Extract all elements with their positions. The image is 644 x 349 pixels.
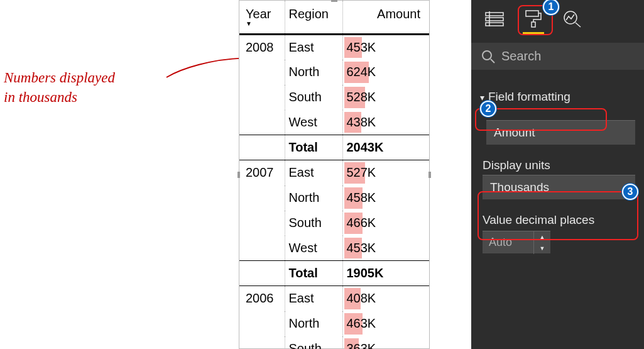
cell-year: [239, 336, 285, 350]
display-units-label: Display units: [483, 158, 635, 172]
table-row[interactable]: South363K: [239, 336, 429, 350]
cell-year: [239, 186, 285, 211]
sort-indicator-icon: ▼: [246, 20, 280, 27]
table-row[interactable]: 2006East408K: [239, 286, 429, 311]
resize-handle-left[interactable]: [237, 172, 240, 178]
cell-amount: 527K: [342, 160, 429, 186]
cell-year: [239, 211, 285, 236]
data-table: Year ▼ Region Amount 2008East453KNorth62…: [239, 1, 429, 349]
cell-amount: 528K: [342, 85, 429, 110]
svg-rect-4: [526, 11, 538, 16]
total-amount: 1905K: [342, 261, 429, 286]
fields-icon: [485, 11, 504, 26]
decimal-places-stepper[interactable]: Auto ▲ ▼: [483, 231, 550, 253]
svg-rect-5: [532, 22, 535, 27]
callout-badge-3: 3: [622, 184, 638, 200]
cell-region: North: [285, 60, 342, 85]
cell-region: South: [285, 336, 342, 350]
column-header-amount[interactable]: Amount: [342, 1, 429, 35]
cell-region: North: [285, 186, 342, 211]
svg-point-8: [483, 51, 491, 60]
table-row[interactable]: North624K: [239, 60, 429, 85]
cell-year: 2006: [239, 286, 285, 311]
decimal-places-value: Auto: [483, 236, 533, 249]
cell-amount: 408K: [342, 286, 429, 311]
table-row[interactable]: North463K: [239, 311, 429, 336]
table-row[interactable]: 2008East453K: [239, 35, 429, 60]
svg-rect-1: [486, 18, 503, 21]
table-row[interactable]: South528K: [239, 85, 429, 110]
total-label: Total: [285, 261, 342, 286]
cell-region: South: [285, 211, 342, 236]
table-row[interactable]: South466K: [239, 211, 429, 236]
total-label: Total: [285, 135, 342, 160]
cell-year: [239, 60, 285, 85]
table-row[interactable]: North458K: [239, 186, 429, 211]
cell-amount: 453K: [342, 35, 429, 60]
format-tab[interactable]: [521, 8, 545, 30]
cell-amount: 458K: [342, 186, 429, 211]
cell-year: 2007: [239, 160, 285, 186]
svg-line-9: [491, 59, 494, 63]
cell-region: West: [285, 236, 342, 261]
cell-year: [239, 85, 285, 110]
svg-line-7: [576, 23, 581, 27]
field-select[interactable]: Amount: [486, 120, 635, 145]
total-amount: 2043K: [342, 135, 429, 160]
cell-year: [239, 110, 285, 135]
cell-region: North: [285, 311, 342, 336]
display-units-select[interactable]: Thousands: [483, 175, 635, 199]
analytics-tab[interactable]: [560, 8, 584, 30]
matrix-visual[interactable]: Year ▼ Region Amount 2008East453KNorth62…: [239, 0, 430, 349]
table-row[interactable]: 2007East527K: [239, 160, 429, 186]
column-header-region[interactable]: Region: [285, 1, 342, 35]
svg-rect-0: [486, 13, 503, 16]
search-icon: [481, 50, 495, 64]
search-placeholder: Search: [501, 49, 541, 64]
table-row[interactable]: West453K: [239, 236, 429, 261]
cell-amount: 438K: [342, 110, 429, 135]
analytics-icon: [563, 10, 582, 28]
stepper-up-icon[interactable]: ▲: [534, 231, 550, 243]
total-row: Total2043K: [239, 135, 429, 160]
cell-amount: 466K: [342, 211, 429, 236]
paint-roller-icon: [525, 9, 542, 28]
callout-badge-2: 2: [480, 101, 496, 117]
format-panel: Search ▾ Field formatting Amount Display…: [471, 0, 644, 349]
cell-amount: 624K: [342, 60, 429, 85]
cell-year: [239, 311, 285, 336]
search-input[interactable]: Search: [471, 43, 644, 70]
cell-year: [239, 236, 285, 261]
cell-region: South: [285, 85, 342, 110]
total-row: Total1905K: [239, 261, 429, 286]
cell-year: 2008: [239, 35, 285, 60]
cell-region: East: [285, 35, 342, 60]
cell-amount: 363K: [342, 336, 429, 350]
cell-amount: 453K: [342, 236, 429, 261]
resize-handle-top[interactable]: [331, 0, 337, 2]
cell-amount: 463K: [342, 311, 429, 336]
table-row[interactable]: West438K: [239, 110, 429, 135]
fields-tab[interactable]: [483, 8, 506, 30]
cell-region: East: [285, 160, 342, 186]
decimal-places-label: Value decimal places: [483, 213, 635, 227]
svg-rect-2: [486, 23, 503, 26]
stepper-down-icon[interactable]: ▼: [534, 243, 550, 254]
annotation-label: Numbers displayed in thousands: [4, 68, 115, 107]
field-formatting-section[interactable]: ▾ Field formatting: [471, 85, 644, 109]
column-header-year[interactable]: Year ▼: [239, 1, 285, 35]
cell-region: West: [285, 110, 342, 135]
cell-region: East: [285, 286, 342, 311]
